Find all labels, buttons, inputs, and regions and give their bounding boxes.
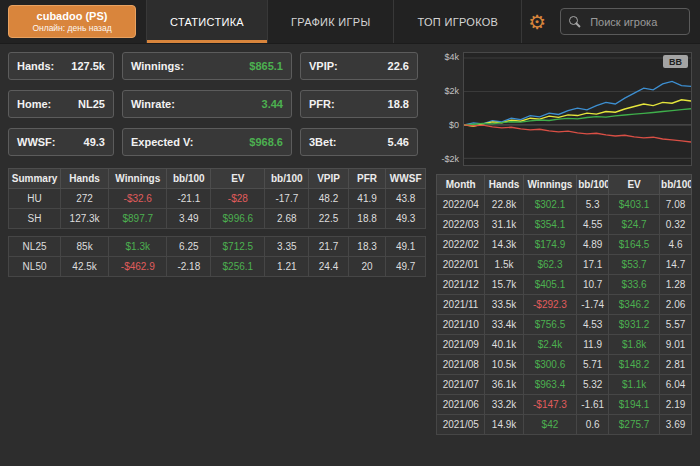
table-cell: $33.6 xyxy=(609,275,660,295)
table-cell: $300.6 xyxy=(523,355,577,375)
table-cell: 4.89 xyxy=(577,235,609,255)
table-cell: 2021/11 xyxy=(437,295,485,315)
table-cell: SH xyxy=(9,209,61,229)
column-header: Summary xyxy=(9,169,61,189)
profit-graph-svg xyxy=(464,53,691,165)
units-toggle-bb[interactable]: BB xyxy=(663,55,688,68)
table-cell: 10.5k xyxy=(485,355,523,375)
table-cell: 2022/04 xyxy=(437,195,485,215)
table-cell: 3.69 xyxy=(660,415,692,435)
tab-game-graph[interactable]: ГРАФИК ИГРЫ xyxy=(267,0,394,43)
stat-value: $968.6 xyxy=(249,136,283,148)
table-row: SH127.3k$897.73.49$996.62.6822.518.849.3 xyxy=(9,209,426,229)
stat-label: VPIP: xyxy=(309,60,338,72)
column-header: PFR xyxy=(348,169,386,189)
table-cell: 3.49 xyxy=(167,209,211,229)
monthly-results-table: MonthHandsWinningsbb/100EVbb/1002022/042… xyxy=(436,174,692,435)
table-cell: $302.1 xyxy=(523,195,577,215)
stats-panel: Hands: 127.5k Winnings: $865.1 VPIP: 22.… xyxy=(8,52,426,457)
stat-value: NL25 xyxy=(78,98,105,110)
table-cell: 49.7 xyxy=(386,257,426,277)
table-cell: 4.6 xyxy=(660,235,692,255)
table-cell: 0.6 xyxy=(577,415,609,435)
tab-statistics[interactable]: СТАТИСТИКА xyxy=(146,0,267,43)
column-header: bb/100 xyxy=(265,169,309,189)
stat-label: WWSF: xyxy=(17,136,55,148)
settings-button[interactable]: ⚙ xyxy=(522,12,552,32)
table-cell: 18.8 xyxy=(348,209,386,229)
table-cell: 85k xyxy=(61,237,109,257)
column-header: EV xyxy=(609,175,660,195)
table-cell: $1.8k xyxy=(609,335,660,355)
table-cell: NL50 xyxy=(9,257,61,277)
table-cell: 48.2 xyxy=(309,189,349,209)
column-header: VPIP xyxy=(309,169,349,189)
stat-box-hands: Hands: 127.5k xyxy=(8,52,114,80)
stat-value: 3.44 xyxy=(262,98,283,110)
table-cell: 2021/07 xyxy=(437,375,485,395)
table-cell: 3.35 xyxy=(265,237,309,257)
table-cell: 4.53 xyxy=(577,315,609,335)
stat-label: 3Bet: xyxy=(309,136,337,148)
header-row: MonthHandsWinningsbb/100EVbb/100 xyxy=(437,175,692,195)
stat-label: PFR: xyxy=(309,98,335,110)
table-cell: $1.1k xyxy=(609,375,660,395)
table-cell: -$28 xyxy=(211,189,265,209)
table-row: 2021/0514.9k$420.6$275.73.69 xyxy=(437,415,692,435)
group-spacer xyxy=(9,229,426,237)
table-cell: 36.1k xyxy=(485,375,523,395)
series-yellow-line xyxy=(464,100,691,126)
chart-ylabels: $4k$2k$0-$2k xyxy=(436,52,463,166)
table-cell: 22.8k xyxy=(485,195,523,215)
table-cell: $405.1 xyxy=(523,275,577,295)
table-cell: 2.81 xyxy=(660,355,692,375)
table-cell: 2021/05 xyxy=(437,415,485,435)
table-cell: 17.1 xyxy=(577,255,609,275)
table-cell: 24.4 xyxy=(309,257,349,277)
table-row: 2022/0422.8k$302.15.3$403.17.08 xyxy=(437,195,692,215)
table-cell: $42 xyxy=(523,415,577,435)
stat-box-wwsf: WWSF: 49.3 xyxy=(8,128,114,156)
column-header: Hands xyxy=(61,169,109,189)
table-cell: 1.21 xyxy=(265,257,309,277)
table-cell: 21.7 xyxy=(309,237,349,257)
table-cell: 10.7 xyxy=(577,275,609,295)
table-cell: 18.3 xyxy=(348,237,386,257)
table-cell: $712.5 xyxy=(211,237,265,257)
search-box[interactable] xyxy=(560,8,690,35)
table-cell: $53.7 xyxy=(609,255,660,275)
table-cell: -$32.6 xyxy=(109,189,167,209)
table-row: 2021/0633.2k-$147.3-1.61$194.12.19 xyxy=(437,395,692,415)
y-axis-tick-label: $4k xyxy=(444,52,459,62)
player-search-input[interactable] xyxy=(588,15,681,29)
table-cell: 6.25 xyxy=(167,237,211,257)
stat-boxes-grid: Hands: 127.5k Winnings: $865.1 VPIP: 22.… xyxy=(8,52,426,156)
tab-top-players[interactable]: ТОП ИГРОКОВ xyxy=(393,0,522,43)
table-cell: -$462.9 xyxy=(109,257,167,277)
stat-box-vpip: VPIP: 22.6 xyxy=(300,52,418,80)
table-cell: $275.7 xyxy=(609,415,660,435)
player-name: cubadoo (PS) xyxy=(37,10,108,23)
table-cell: $756.5 xyxy=(523,315,577,335)
table-row: 2022/0214.3k$174.94.89$164.54.6 xyxy=(437,235,692,255)
column-header: bb/100 xyxy=(167,169,211,189)
column-header: Hands xyxy=(485,175,523,195)
table-row: 2022/0331.1k$354.14.55$24.70.32 xyxy=(437,215,692,235)
header-row: SummaryHandsWinningsbb/100EVbb/100VPIPPF… xyxy=(9,169,426,189)
table-cell: $1.3k xyxy=(109,237,167,257)
table-cell: 22.5 xyxy=(309,209,349,229)
table-cell: -2.18 xyxy=(167,257,211,277)
table-cell: 15.7k xyxy=(485,275,523,295)
table-cell: 49.1 xyxy=(386,237,426,257)
table-cell: 1.5k xyxy=(485,255,523,275)
table-cell: $403.1 xyxy=(609,195,660,215)
top-bar: cubadoo (PS) Онлайн: день назад СТАТИСТИ… xyxy=(0,0,700,44)
player-button[interactable]: cubadoo (PS) Онлайн: день назад xyxy=(8,5,136,38)
table-cell: -21.1 xyxy=(167,189,211,209)
table-cell: $963.4 xyxy=(523,375,577,395)
table-cell: $931.2 xyxy=(609,315,660,335)
table-cell: 2021/09 xyxy=(437,335,485,355)
table-cell: 127.3k xyxy=(61,209,109,229)
table-cell: 42.5k xyxy=(61,257,109,277)
tab-label: ТОП ИГРОКОВ xyxy=(417,16,498,28)
